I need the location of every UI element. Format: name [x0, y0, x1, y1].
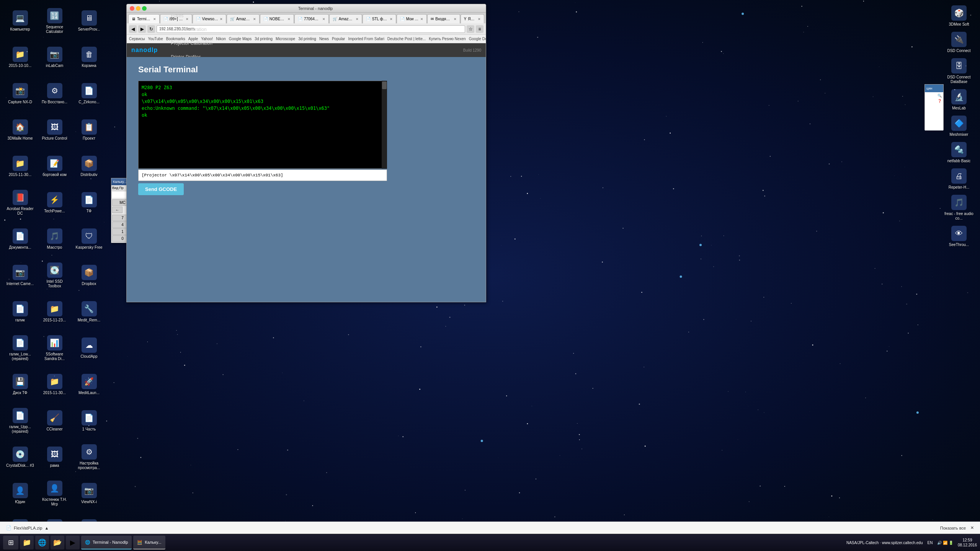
forward-button[interactable]: ▶ — [138, 25, 146, 33]
start-button[interactable]: ⊞ — [3, 536, 18, 549]
tab-close-7[interactable]: ✕ — [390, 17, 393, 21]
desktop-icon-6[interactable]: 📸 Capture NX-D — [4, 77, 36, 111]
tab-close-10[interactable]: ✕ — [478, 17, 481, 21]
bookmark-9[interactable]: 3d printing — [298, 37, 316, 41]
desktop-icon-35[interactable]: 📄 1 Часть — [73, 404, 105, 438]
browser-tab-4[interactable]: 📄 NOBEL GUI... ✕ — [260, 14, 294, 23]
browser-tab-10[interactable]: Y Яндекс ✕ — [461, 14, 484, 23]
desktop-icon-18[interactable]: 📄 Документа... — [4, 222, 36, 256]
tab-close-5[interactable]: ✕ — [322, 17, 325, 21]
taskbar-browser[interactable]: 🌐 — [35, 536, 49, 549]
desktop-icon-12[interactable]: 📁 2015-11-30... — [4, 149, 36, 184]
bookmark-11[interactable]: Popular — [332, 37, 345, 41]
tab-close-2[interactable]: ✕ — [220, 17, 223, 21]
tab-close-9[interactable]: ✕ — [454, 17, 457, 21]
taskbar-explorer[interactable]: 📂 — [51, 536, 64, 549]
right-icon-6[interactable]: 🖨 Repeter-H... — [942, 167, 976, 191]
tab-close-3[interactable]: ✕ — [253, 17, 256, 21]
desktop-icon-26[interactable]: 🔧 Medit_Rem... — [73, 295, 105, 329]
desktop-icon-36[interactable]: 💿 CrystalDisk... #3 — [4, 440, 36, 474]
browser-tab-3[interactable]: 🛒 Amazon.co... ✕ — [227, 14, 260, 23]
desktop-icon-31[interactable]: 📁 2015-11-30... — [38, 367, 71, 402]
desktop-icon-28[interactable]: 📊 5Software Sandra Di... — [38, 331, 71, 365]
desktop-icon-33[interactable]: 📄 галик_Upp... (repaired) — [4, 404, 36, 438]
desktop-icon-19[interactable]: 🎵 Маєстро — [38, 222, 71, 256]
taskbar-terminal-app[interactable]: 🌐 Terminal - Nanodlp — [81, 536, 132, 549]
right-icon-7[interactable]: 🎵 freac - free audio co... — [942, 193, 976, 222]
desktop-icon-7[interactable]: ⚙ По Восстано... — [38, 77, 71, 111]
send-gcode-button[interactable]: Send GCODE — [138, 183, 184, 195]
desktop-icon-0[interactable]: 💻 Компьютер — [4, 4, 36, 38]
browser-tab-9[interactable]: ✉ Входящие -... ✕ — [427, 14, 460, 23]
desktop-icon-34[interactable]: 🧹 CCleaner — [38, 404, 71, 438]
desktop-icon-20[interactable]: 🛡 Kaspersky Free — [73, 222, 105, 256]
refresh-button[interactable]: ↻ — [147, 25, 155, 33]
bookmark-0[interactable]: Сервисы — [129, 37, 145, 41]
right-icon-0[interactable]: 🎲 3DМее Soft — [942, 4, 976, 28]
calc-menu-vid[interactable]: Вид — [112, 186, 118, 190]
desktop-icon-27[interactable]: 📄 галик_Low... (repaired) — [4, 331, 36, 365]
desktop-icon-9[interactable]: 🏠 3DМайк Home — [4, 113, 36, 147]
browser-tab-8[interactable]: 📄 Мои ноут... ✕ — [397, 14, 427, 23]
close-downloads[interactable]: ✕ — [970, 525, 974, 530]
bookmark-8[interactable]: Microscope — [276, 37, 295, 41]
back-button[interactable]: ◀ — [129, 25, 137, 33]
tab-close-6[interactable]: ✕ — [356, 17, 359, 21]
keyboard-layout[interactable]: EN — [927, 541, 933, 545]
terminal-scrollbar[interactable] — [382, 81, 387, 169]
desktop-icon-24[interactable]: 📄 галик — [4, 295, 36, 329]
taskbar-file-manager[interactable]: 📁 — [20, 536, 34, 549]
window-close-btn[interactable] — [130, 6, 134, 11]
browser-tab-6[interactable]: 🛒 Amazon.co... ✕ — [329, 14, 362, 23]
desktop-icon-37[interactable]: 🖼 рама — [38, 440, 71, 474]
desktop-icon-11[interactable]: 📋 Проект — [73, 113, 105, 147]
desktop-icon-25[interactable]: 📁 2015-11-23... — [38, 295, 71, 329]
nav-item-z-axis-calibration[interactable]: Z Axis Calibration — [165, 23, 218, 36]
bookmark-10[interactable]: News — [319, 37, 329, 41]
right-icon-8[interactable]: 👁 SeeThrou... — [942, 224, 976, 249]
right-icon-3[interactable]: 🔬 MesLab — [942, 88, 976, 112]
desktop-icon-38[interactable]: ⚙ Настройка просмотра... — [73, 440, 105, 474]
desktop-icon-4[interactable]: 📷 inLabCam — [38, 40, 71, 75]
desktop-icon-17[interactable]: 📄 ТФ — [73, 186, 105, 220]
desktop-icon-3[interactable]: 📁 2015-10-10... — [4, 40, 36, 75]
bookmark-13[interactable]: Deutsche Post | lette... — [387, 37, 426, 41]
right-icon-2[interactable]: 🗄 DSD Connect DataBase — [942, 57, 976, 86]
desktop-icon-32[interactable]: 🚀 MeditLaun... — [73, 367, 105, 402]
desktop-icon-1[interactable]: 🔢 Sequence Calculator — [38, 4, 71, 38]
tab-close-4[interactable]: ✕ — [287, 17, 291, 21]
bookmark-button[interactable]: ☆ — [467, 25, 474, 33]
window-minimize-btn[interactable] — [136, 6, 140, 11]
desktop-icon-23[interactable]: 📦 Dropbox — [73, 258, 105, 293]
bookmark-15[interactable]: Google Desktop — [469, 37, 486, 41]
side-panel-help[interactable]: ❓ — [926, 99, 942, 103]
right-icon-1[interactable]: 🔌 DSD Connect — [942, 30, 976, 55]
bookmark-14[interactable]: Купить Pesню Nexen — [429, 37, 466, 41]
nav-item-plates[interactable]: Plates — [165, 9, 218, 23]
desktop-icon-13[interactable]: 📝 бортовой ком — [38, 149, 71, 184]
desktop-icon-30[interactable]: 💾 Диск ТФ — [4, 367, 36, 402]
calc-back-btn[interactable]: ← — [112, 207, 122, 213]
desktop-icon-41[interactable]: 📷 ViewNX-i — [73, 476, 105, 511]
tab-close-0[interactable]: ✕ — [153, 17, 156, 21]
show-all-downloads[interactable]: Показать все — [940, 526, 966, 530]
desktop-icon-2[interactable]: 🖥 ServerProv... — [73, 4, 105, 38]
nav-item-projector-calibration[interactable]: Projector Calibration — [165, 36, 218, 50]
window-maximize-btn[interactable] — [142, 6, 147, 11]
desktop-icon-21[interactable]: 📷 Internet Came... — [4, 258, 36, 293]
browser-tab-0[interactable]: 🖥 Terminal - ... ✕ — [128, 14, 160, 23]
desktop-icon-15[interactable]: 📕 Acrobat Reader DC — [4, 186, 36, 220]
desktop-icon-14[interactable]: 📦 Distributiv — [73, 149, 105, 184]
bookmark-6[interactable]: Google Maps — [229, 37, 252, 41]
bookmark-7[interactable]: 3d printing — [255, 37, 273, 41]
desktop-icon-10[interactable]: 🖼 Picture Control — [38, 113, 71, 147]
desktop-icon-8[interactable]: 📄 C_Zirkono... — [73, 77, 105, 111]
taskbar-media[interactable]: ▶ — [66, 536, 80, 549]
taskbar-calculator-app[interactable]: 🧮 Кальку... — [133, 536, 165, 549]
browser-tab-7[interactable]: 📄 STL форма... ✕ — [363, 14, 396, 23]
browser-tab-5[interactable]: 📄 77064A_Noi... ✕ — [294, 14, 329, 23]
desktop-icon-39[interactable]: 👤 Юдин — [4, 476, 36, 511]
desktop-icon-5[interactable]: 🗑 Корзина — [73, 40, 105, 75]
desktop-icon-22[interactable]: 💽 Intel SSD Toolbox — [38, 258, 71, 293]
right-icon-5[interactable]: 🔩 netfabb Basic — [942, 140, 976, 165]
